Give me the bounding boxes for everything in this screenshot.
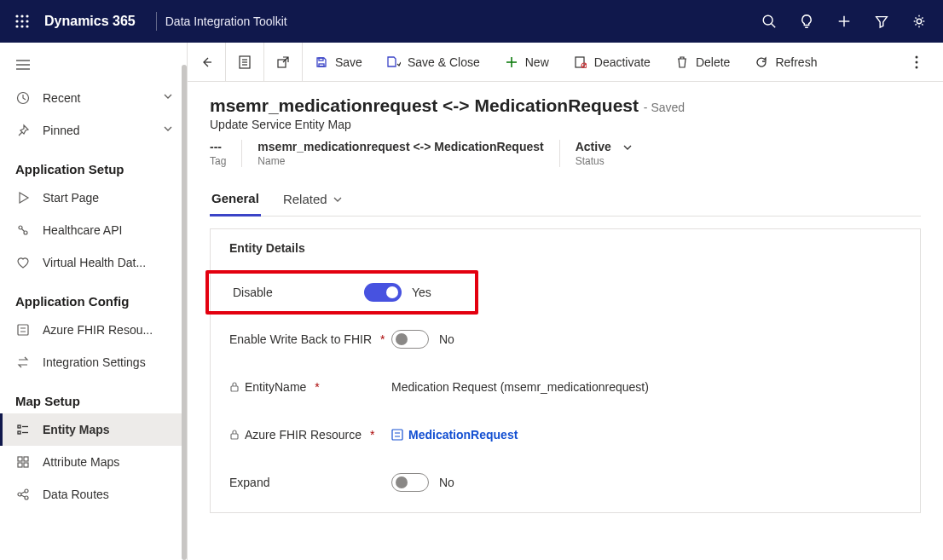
save-close-button[interactable]: Save & Close bbox=[375, 43, 493, 81]
entity-icon bbox=[391, 429, 403, 441]
toggle-expand[interactable] bbox=[391, 473, 429, 492]
app-launcher-icon[interactable] bbox=[5, 4, 39, 38]
svg-point-0 bbox=[15, 14, 18, 17]
sidebar-item-label: Entity Maps bbox=[43, 423, 176, 436]
open-record-button[interactable] bbox=[264, 43, 303, 81]
button-label: Save & Close bbox=[408, 55, 480, 69]
svg-point-3 bbox=[15, 20, 18, 22]
button-label: Delete bbox=[696, 55, 730, 69]
pin-icon bbox=[15, 123, 31, 138]
svg-rect-26 bbox=[24, 457, 28, 461]
entity-details-section: Entity Details Disable Yes Enable Write … bbox=[210, 228, 921, 513]
app-name: Data Integration Toolkit bbox=[165, 14, 287, 28]
meta-tag[interactable]: --- Tag bbox=[210, 140, 242, 167]
svg-line-32 bbox=[21, 492, 25, 494]
field-row-entityname: EntityName* Medication Request (msemr_me… bbox=[229, 367, 901, 407]
svg-point-6 bbox=[15, 25, 18, 27]
svg-point-13 bbox=[917, 19, 921, 23]
svg-rect-27 bbox=[18, 463, 22, 467]
lock-icon bbox=[229, 430, 240, 440]
toggle-value-text: No bbox=[439, 332, 454, 346]
sidebar-group-app-setup: Application Setup bbox=[0, 147, 187, 182]
sidebar-item-start-page[interactable]: Start Page bbox=[0, 182, 187, 214]
field-label-writeback: Enable Write Back to FHIR* bbox=[229, 332, 391, 346]
meta-value: msemr_medicationrequest <-> MedicationRe… bbox=[257, 140, 543, 153]
sidebar-item-data-routes[interactable]: Data Routes bbox=[0, 478, 187, 511]
divider bbox=[156, 12, 157, 31]
svg-rect-40 bbox=[319, 64, 324, 66]
save-close-icon bbox=[387, 55, 401, 69]
sidebar-item-integration-settings[interactable]: Integration Settings bbox=[0, 346, 187, 378]
field-value-entityname[interactable]: Medication Request (msemr_medicationrequ… bbox=[391, 380, 681, 394]
sidebar-group-map-setup: Map Setup bbox=[0, 378, 187, 413]
new-button[interactable]: New bbox=[493, 43, 562, 81]
svg-point-30 bbox=[25, 489, 28, 493]
sitemap-sidebar: Recent Pinned Application Setup Start Pa… bbox=[0, 43, 188, 560]
deactivate-button[interactable]: Deactivate bbox=[562, 43, 663, 81]
share-icon bbox=[15, 487, 31, 502]
popout-icon bbox=[276, 55, 290, 69]
field-label-expand: Expand bbox=[229, 476, 391, 489]
chevron-down-icon bbox=[163, 124, 176, 137]
tab-general[interactable]: General bbox=[210, 186, 261, 216]
sidebar-item-healthcare-api[interactable]: Healthcare API bbox=[0, 214, 187, 246]
sidebar-scrollbar[interactable] bbox=[182, 65, 187, 560]
sidebar-item-virtual-health[interactable]: Virtual Health Dat... bbox=[0, 246, 187, 279]
toggle-disable[interactable] bbox=[364, 283, 402, 302]
api-icon bbox=[15, 222, 31, 238]
sidebar-item-label: Azure FHIR Resou... bbox=[43, 323, 176, 337]
meta-value: --- bbox=[210, 140, 226, 153]
form-icon bbox=[238, 55, 252, 69]
collapse-sidebar-icon[interactable] bbox=[0, 48, 187, 82]
tab-label: Related bbox=[283, 192, 327, 206]
lookup-text: MedicationRequest bbox=[408, 428, 518, 442]
meta-name[interactable]: msemr_medicationrequest <-> MedicationRe… bbox=[257, 140, 559, 167]
svg-point-2 bbox=[26, 14, 28, 17]
grid-icon bbox=[15, 454, 31, 470]
sidebar-item-azure-fhir[interactable]: Azure FHIR Resou... bbox=[0, 314, 187, 346]
overflow-menu-button[interactable] bbox=[898, 43, 936, 81]
save-button[interactable]: Save bbox=[303, 43, 375, 81]
sidebar-item-recent[interactable]: Recent bbox=[0, 82, 187, 114]
field-row-writeback: Enable Write Back to FHIR* No bbox=[229, 320, 901, 359]
save-icon bbox=[315, 55, 328, 69]
form-selector-button[interactable] bbox=[226, 43, 264, 81]
toggle-writeback[interactable] bbox=[391, 330, 429, 349]
back-button[interactable] bbox=[188, 43, 226, 81]
delete-button[interactable]: Delete bbox=[663, 43, 743, 81]
svg-point-47 bbox=[916, 55, 918, 58]
sidebar-item-label: Integration Settings bbox=[43, 355, 176, 369]
meta-expand-icon[interactable] bbox=[622, 140, 633, 153]
plus-icon bbox=[505, 55, 518, 69]
sidebar-item-label: Pinned bbox=[43, 124, 151, 137]
sidebar-item-entity-maps[interactable]: Entity Maps bbox=[0, 413, 187, 446]
svg-rect-28 bbox=[24, 463, 28, 467]
button-label: Refresh bbox=[775, 55, 817, 69]
refresh-icon bbox=[755, 55, 768, 69]
add-icon[interactable] bbox=[825, 1, 863, 42]
highlight-disable-field: Disable Yes bbox=[205, 270, 478, 315]
svg-point-9 bbox=[763, 15, 772, 25]
svg-point-18 bbox=[19, 226, 22, 229]
sidebar-item-attribute-maps[interactable]: Attribute Maps bbox=[0, 446, 187, 478]
tab-related[interactable]: Related bbox=[281, 186, 344, 216]
filter-icon[interactable] bbox=[863, 1, 900, 42]
trash-icon bbox=[675, 55, 689, 69]
lightbulb-icon[interactable] bbox=[788, 1, 825, 42]
global-nav: Dynamics 365 Data Integration Toolkit bbox=[0, 0, 943, 43]
button-label: Save bbox=[335, 55, 362, 69]
refresh-button[interactable]: Refresh bbox=[743, 43, 830, 81]
field-row-azurefhir: Azure FHIR Resource* MedicationRequest bbox=[229, 415, 901, 454]
arrow-left-icon bbox=[200, 55, 213, 69]
lookup-value-azurefhir[interactable]: MedicationRequest bbox=[391, 428, 518, 442]
settings-icon[interactable] bbox=[900, 1, 938, 42]
svg-point-4 bbox=[20, 20, 23, 22]
search-icon[interactable] bbox=[750, 1, 788, 42]
svg-rect-41 bbox=[319, 58, 323, 61]
svg-point-29 bbox=[18, 493, 21, 496]
record-title: msemr_medicationrequest <-> MedicationRe… bbox=[210, 95, 921, 116]
sidebar-item-pinned[interactable]: Pinned bbox=[0, 114, 187, 147]
button-label: New bbox=[525, 55, 549, 69]
svg-point-7 bbox=[20, 25, 23, 27]
meta-status[interactable]: Active Status bbox=[576, 140, 618, 167]
